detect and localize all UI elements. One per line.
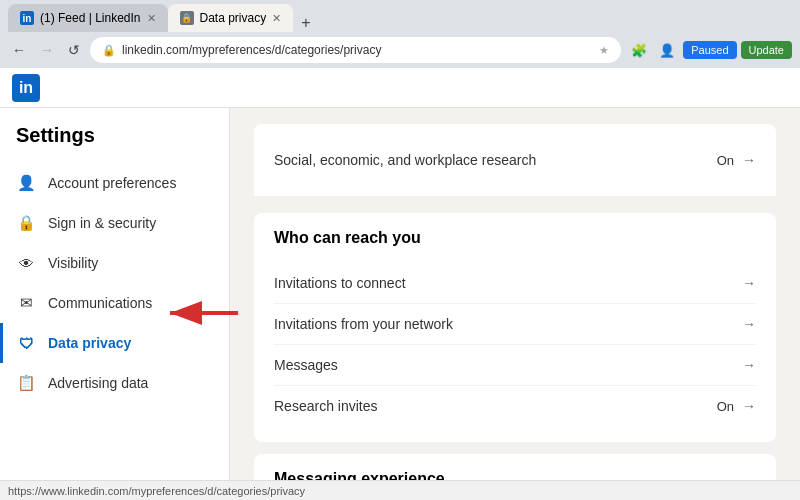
dataprivacy-icon: 🛡 — [16, 333, 36, 353]
arrow-messages: → — [742, 357, 756, 373]
visibility-icon: 👁 — [16, 253, 36, 273]
signin-icon: 🔒 — [16, 213, 36, 233]
sidebar-label-account: Account preferences — [48, 175, 176, 191]
sidebar-item-communications[interactable]: ✉ Communications — [0, 283, 229, 323]
sidebar-label-signin: Sign in & security — [48, 215, 156, 231]
arrow-invitations-connect: → — [742, 275, 756, 291]
toolbar-icons: 🧩 👤 Paused Update — [627, 41, 792, 60]
setting-right-invitations-network: → — [742, 316, 756, 332]
paused-button[interactable]: Paused — [683, 41, 736, 59]
forward-button[interactable]: → — [36, 38, 58, 62]
tab-privacy[interactable]: 🔒 Data privacy ✕ — [168, 4, 294, 32]
address-text: linkedin.com/mypreferences/d/categories/… — [122, 43, 593, 57]
on-badge-research: On — [717, 399, 734, 414]
address-bar-row: ← → ↺ 🔒 linkedin.com/mypreferences/d/cat… — [0, 32, 800, 68]
advertising-icon: 📋 — [16, 373, 36, 393]
row-invitations-connect[interactable]: Invitations to connect → — [274, 263, 756, 304]
sidebar-label-visibility: Visibility — [48, 255, 98, 271]
section-social: Social, economic, and workplace research… — [254, 124, 776, 197]
setting-right-research-invites: On → — [717, 398, 756, 414]
new-tab-button[interactable]: + — [293, 14, 318, 32]
setting-name-messages: Messages — [274, 357, 338, 373]
settings-title: Settings — [0, 124, 229, 163]
setting-right-messages: → — [742, 357, 756, 373]
sidebar-label-communications: Communications — [48, 295, 152, 311]
tab-close-privacy[interactable]: ✕ — [272, 12, 281, 25]
row-invitations-network[interactable]: Invitations from your network → — [274, 304, 756, 345]
tab-favicon-privacy: 🔒 — [180, 11, 194, 25]
row-research-invites[interactable]: Research invites On → — [274, 386, 756, 426]
arrow-invitations-network: → — [742, 316, 756, 332]
browser-tab-bar: in (1) Feed | LinkedIn ✕ 🔒 Data privacy … — [0, 0, 800, 32]
setting-name-invitations-network: Invitations from your network — [274, 316, 453, 332]
section-messaging: Messaging experience Focused Inbox On → … — [254, 454, 776, 480]
status-url: https://www.linkedin.com/mypreferences/d… — [8, 485, 305, 497]
reload-button[interactable]: ↺ — [64, 38, 84, 62]
account-icon: 👤 — [16, 173, 36, 193]
arrow-social: → — [742, 152, 756, 168]
address-bar[interactable]: 🔒 linkedin.com/mypreferences/d/categorie… — [90, 37, 621, 63]
row-social-research[interactable]: Social, economic, and workplace research… — [274, 140, 756, 180]
section-title-who-can-reach: Who can reach you — [274, 229, 756, 255]
linkedin-header: in — [0, 68, 800, 108]
content-inner: Social, economic, and workplace research… — [230, 108, 800, 480]
main-layout: Settings 👤 Account preferences 🔒 Sign in… — [0, 108, 800, 480]
update-button[interactable]: Update — [741, 41, 792, 59]
content-area: Social, economic, and workplace research… — [230, 108, 800, 480]
row-messages[interactable]: Messages → — [274, 345, 756, 386]
tab-title-feed: (1) Feed | LinkedIn — [40, 11, 141, 25]
linkedin-logo[interactable]: in — [12, 74, 40, 102]
sidebar-label-dataprivacy: Data privacy — [48, 335, 131, 351]
status-bar: https://www.linkedin.com/mypreferences/d… — [0, 480, 800, 500]
back-button[interactable]: ← — [8, 38, 30, 62]
setting-right-social: On → — [717, 152, 756, 168]
profile-icon[interactable]: 👤 — [655, 41, 679, 60]
section-who-can-reach: Who can reach you Invitations to connect… — [254, 213, 776, 442]
sidebar-label-advertising: Advertising data — [48, 375, 148, 391]
sidebar-item-advertising[interactable]: 📋 Advertising data — [0, 363, 229, 403]
section-title-messaging: Messaging experience — [274, 470, 756, 480]
setting-name-research-invites: Research invites — [274, 398, 378, 414]
sidebar-item-dataprivacy[interactable]: 🛡 Data privacy — [0, 323, 229, 363]
extensions-icon[interactable]: 🧩 — [627, 41, 651, 60]
sidebar-item-visibility[interactable]: 👁 Visibility — [0, 243, 229, 283]
tab-feed[interactable]: in (1) Feed | LinkedIn ✕ — [8, 4, 168, 32]
tab-favicon-feed: in — [20, 11, 34, 25]
tab-close-feed[interactable]: ✕ — [147, 12, 156, 25]
tab-title-privacy: Data privacy — [200, 11, 267, 25]
sidebar-item-account[interactable]: 👤 Account preferences — [0, 163, 229, 203]
sidebar: Settings 👤 Account preferences 🔒 Sign in… — [0, 108, 230, 480]
sidebar-item-signin[interactable]: 🔒 Sign in & security — [0, 203, 229, 243]
setting-name-social: Social, economic, and workplace research — [274, 152, 536, 168]
arrow-research-invites: → — [742, 398, 756, 414]
on-badge-social: On — [717, 153, 734, 168]
communications-icon: ✉ — [16, 293, 36, 313]
setting-name-invitations-connect: Invitations to connect — [274, 275, 406, 291]
setting-right-invitations-connect: → — [742, 275, 756, 291]
